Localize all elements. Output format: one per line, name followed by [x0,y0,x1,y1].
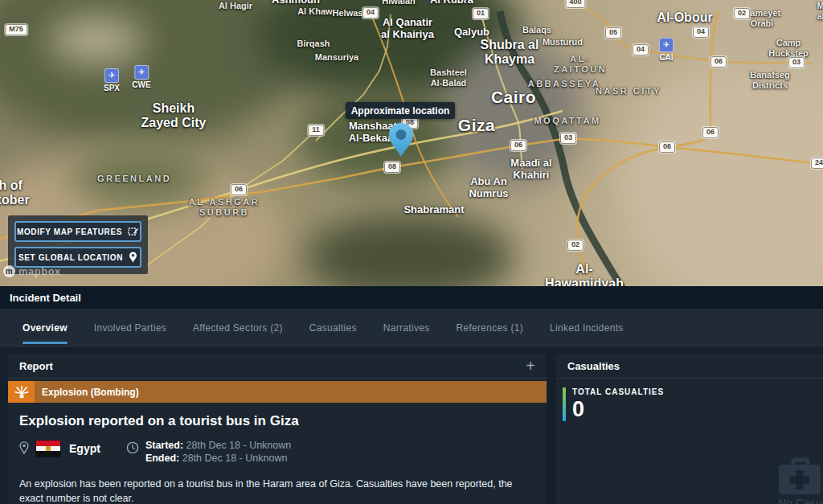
report-card-header: Report + [8,354,547,379]
stat-accent-bar [563,387,566,421]
first-aid-kit-icon [776,457,823,497]
total-casualties-label: TOTAL CASUALTIES [572,387,664,396]
tab-linked-incidents[interactable]: Linked Incidents [550,318,624,338]
road-shield: 01 [473,8,489,19]
tab-narratives[interactable]: Narratives [383,318,430,338]
category-strip: Explosion (Bombing) [35,381,547,403]
tab-involved-parties[interactable]: Involved Parties [94,318,166,338]
casualties-header-title: Casualties [567,360,620,372]
map-satellite-view[interactable]: Al HagirAshmounHiwalanAl RubraAl KhawrHe… [0,0,823,286]
panel-titlebar: Incident Detail [0,286,823,309]
incident-title: Explosion reported on a tourist bus in G… [8,403,547,429]
incident-detail-panel: Incident Detail OverviewInvolved Parties… [0,286,823,504]
road-shield: 03 [788,57,805,68]
airport-code-label: SPX [104,84,120,92]
road-shield: 02 [567,240,583,251]
road-shield: 02 [734,8,750,19]
mapbox-logo-icon: m [3,265,15,277]
road-shield: 06 [659,141,675,153]
report-header-title: Report [19,360,53,372]
location-pin-icon[interactable] [387,121,415,158]
total-casualties-value: 0 [572,399,664,420]
approximate-location-tooltip: Approximate location [346,102,455,119]
category-label: Explosion (Bombing) [35,387,139,398]
road-shield: 06 [710,56,727,68]
airplane-icon: ✈ [134,65,149,80]
pin-icon [129,252,137,263]
explosion-icon [8,381,35,403]
ended-label: Ended: [145,453,179,464]
clock-icon [126,441,139,454]
airport-marker: ✈CAI [659,38,674,62]
road-shield: 03 [560,133,576,144]
modify-map-features-button[interactable]: MODIFY MAP FEATURES [14,221,141,242]
panel-title: Incident Detail [0,292,81,304]
tab-affected-sectors-2[interactable]: Affected Sectors (2) [193,318,283,338]
airport-code-label: CAI [659,53,674,62]
incident-dates: Started: 28th Dec 18 - Unknown Ended: 28… [126,439,291,465]
country-name: Egypt [69,442,100,455]
road-shield: 06 [702,127,719,138]
edit-map-icon [128,227,139,236]
road-shield: 24 [811,158,823,169]
incident-meta-row: Egypt Started: 28th Dec 18 - Unknown End… [8,429,547,465]
ended-value: 28th Dec 18 - Unknown [182,453,288,464]
add-report-button[interactable]: + [526,358,535,374]
tab-references-1[interactable]: References (1) [457,318,524,338]
set-global-location-label: SET GLOBAL LOCATION [18,253,123,262]
road-shield: 04 [633,44,649,55]
casualties-card-header: Casualties [556,354,823,379]
panel-content: Report + Ex [0,347,823,504]
total-casualties-stat: TOTAL CASUALTIES 0 [563,387,664,421]
ended-row: Ended: 28th Dec 18 - Unknown [145,452,291,465]
road-shield: M75 [5,24,27,35]
airport-marker: ✈SPX [104,68,120,92]
incident-category-banner: Explosion (Bombing) [8,381,547,403]
road-shield: 04 [362,7,379,18]
tab-overview[interactable]: Overview [23,318,68,338]
started-row: Started: 28th Dec 18 - Unknown [145,439,291,452]
airport-marker: ✈CWE [132,65,150,89]
airplane-icon: ✈ [659,38,674,52]
modify-map-features-label: MODIFY MAP FEATURES [17,227,122,236]
airplane-icon: ✈ [104,68,119,83]
tab-casualties[interactable]: Casualties [309,318,357,338]
mapbox-wordmark: mapbox [18,265,61,277]
road-shield: 400 [565,0,585,8]
egypt-flag [35,440,61,457]
road-shield: 08 [384,162,400,173]
incident-description: An explosion has been reported on a tour… [8,465,545,504]
road-shield: 06 [231,184,247,195]
road-shield: 04 [693,27,709,38]
airport-code-label: CWE [132,80,150,89]
egypt-flag-eagle [46,446,51,451]
started-value: 28th Dec 18 - Unknown [186,440,292,451]
road-shield: 06 [510,140,526,151]
no-casualties-label: No Casua [778,497,823,504]
road-shield: 11 [308,125,324,136]
started-label: Started: [145,440,183,451]
road-shield: 05 [605,27,621,39]
location-pin-meta-icon [19,441,29,454]
mapbox-attribution[interactable]: m mapbox [3,265,61,277]
tab-bar: OverviewInvolved PartiesAffected Sectors… [0,309,823,347]
casualties-card: Casualties TOTAL CASUALTIES 0 No Casua [556,354,823,504]
report-card: Report + Ex [8,354,547,504]
